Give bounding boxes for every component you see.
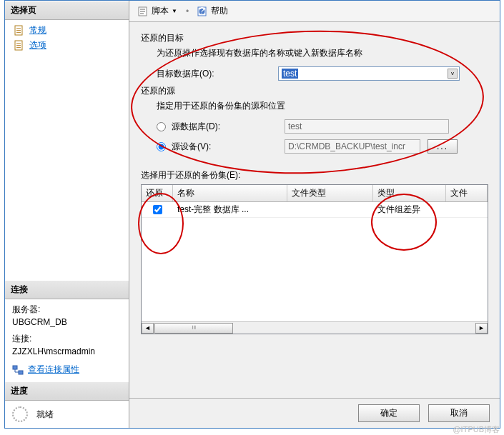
toolbar-separator: • bbox=[186, 6, 189, 16]
nav-item-options[interactable]: 选项 bbox=[5, 38, 129, 53]
col-ftype-header[interactable]: 文件类型 bbox=[287, 185, 373, 201]
connection-label: 连接: bbox=[12, 333, 122, 345]
source-db-row: 源数据库(D): bbox=[157, 119, 488, 134]
svg-rect-3 bbox=[16, 32, 21, 33]
browse-button[interactable]: ... bbox=[428, 139, 458, 154]
scroll-track[interactable] bbox=[154, 323, 475, 334]
progress-status: 就绪 bbox=[36, 409, 54, 421]
ok-button[interactable]: 确定 bbox=[358, 404, 420, 422]
col-name-header[interactable]: 名称 bbox=[173, 185, 287, 201]
help-icon: ? bbox=[197, 6, 209, 16]
svg-rect-9 bbox=[19, 371, 23, 374]
source-db-label: 源数据库(D): bbox=[172, 121, 285, 133]
nav-list: 常规 选项 bbox=[5, 20, 129, 56]
table-row[interactable]: test-完整 数据库 ... 文件组差异 bbox=[142, 202, 488, 218]
nav-general-label: 常规 bbox=[29, 24, 46, 36]
restore-checkbox[interactable] bbox=[153, 205, 162, 214]
connection-value: ZJZXLH\mscrmadmin bbox=[12, 346, 122, 356]
source-db-value bbox=[285, 119, 449, 134]
chevron-down-icon: ▼ bbox=[172, 8, 177, 14]
restore-source-title: 还原的源 bbox=[141, 85, 488, 97]
scroll-right-button[interactable]: ► bbox=[475, 323, 488, 334]
nav-options-label: 选项 bbox=[29, 39, 46, 51]
toolbar: 脚本 ▼ • ? 帮助 bbox=[129, 1, 500, 22]
main-area: 还原的目标 为还原操作选择现有数据库的名称或键入新数据库名称 目标数据库(O):… bbox=[129, 22, 500, 398]
grid-body[interactable]: test-完整 数据库 ... 文件组差异 bbox=[142, 202, 488, 321]
right-panel: 脚本 ▼ • ? 帮助 还原的目标 为还原操作选择现有数据库的名称或键入新数据库… bbox=[129, 1, 500, 428]
row-name: test-完整 数据库 ... bbox=[173, 202, 287, 217]
select-page-header: 选择页 bbox=[5, 1, 129, 20]
col-restore-header[interactable]: 还原 bbox=[142, 185, 173, 201]
row-type: 文件组差异 bbox=[373, 202, 446, 217]
col-type-header[interactable]: 类型 bbox=[373, 185, 446, 201]
progress-header: 进度 bbox=[5, 381, 129, 401]
col-file-header[interactable]: 文件 bbox=[446, 185, 488, 201]
source-device-label: 源设备(V): bbox=[172, 141, 285, 153]
restore-target-title: 还原的目标 bbox=[141, 32, 488, 44]
help-label: 帮助 bbox=[211, 5, 228, 17]
svg-rect-6 bbox=[16, 45, 21, 46]
help-button[interactable]: ? 帮助 bbox=[194, 4, 231, 19]
progress-block: 就绪 bbox=[5, 401, 129, 428]
grid-header: 还原 名称 文件类型 类型 文件 bbox=[142, 185, 488, 202]
target-db-value: test bbox=[282, 69, 298, 79]
view-connection-props[interactable]: 查看连接属性 bbox=[12, 362, 122, 377]
button-bar: 确定 取消 bbox=[129, 398, 500, 428]
source-db-radio[interactable] bbox=[157, 122, 166, 131]
network-icon bbox=[12, 364, 24, 376]
connection-header: 连接 bbox=[5, 280, 129, 299]
backup-sets-grid: 还原 名称 文件类型 类型 文件 test-完整 数据库 ... bbox=[141, 184, 488, 334]
left-panel: 选择页 常规 选项 连接 服务器: UBGCRM bbox=[5, 1, 129, 428]
script-label: 脚本 bbox=[152, 5, 169, 17]
target-db-row: 目标数据库(O): test v bbox=[157, 66, 488, 81]
connection-block: 服务器: UBGCRM_DB 连接: ZJZXLH\mscrmadmin 查看连… bbox=[5, 299, 129, 381]
target-db-label: 目标数据库(O): bbox=[157, 68, 278, 80]
target-db-select[interactable]: test v bbox=[278, 66, 460, 81]
dialog-content: 选择页 常规 选项 连接 服务器: UBGCRM bbox=[5, 1, 500, 428]
svg-rect-2 bbox=[16, 30, 21, 31]
script-icon bbox=[138, 6, 149, 16]
backup-sets-label: 选择用于还原的备份集(E): bbox=[141, 169, 488, 181]
source-device-value bbox=[285, 139, 420, 154]
source-device-radio[interactable] bbox=[157, 142, 166, 151]
page-icon bbox=[14, 40, 25, 51]
scroll-left-button[interactable]: ◄ bbox=[142, 323, 154, 334]
row-file bbox=[446, 202, 488, 217]
server-label: 服务器: bbox=[12, 304, 122, 316]
spinner-icon bbox=[12, 406, 28, 422]
row-ftype bbox=[287, 202, 373, 217]
horizontal-scrollbar: ◄ ► bbox=[142, 321, 488, 334]
svg-text:?: ? bbox=[199, 6, 204, 16]
view-conn-props-label: 查看连接属性 bbox=[28, 364, 79, 376]
restore-dialog: 选择页 常规 选项 连接 服务器: UBGCRM bbox=[4, 0, 500, 429]
svg-rect-5 bbox=[16, 43, 21, 44]
chevron-down-icon[interactable]: v bbox=[448, 69, 458, 79]
scroll-thumb[interactable] bbox=[154, 323, 233, 334]
restore-checkbox-cell bbox=[142, 202, 173, 217]
source-device-row: 源设备(V): ... bbox=[157, 139, 488, 154]
svg-rect-8 bbox=[13, 366, 17, 369]
svg-rect-1 bbox=[16, 28, 21, 29]
watermark: @ITPUB博客 bbox=[453, 424, 500, 435]
script-button[interactable]: 脚本 ▼ bbox=[135, 4, 180, 19]
page-icon bbox=[14, 25, 25, 36]
restore-target-desc: 为还原操作选择现有数据库的名称或键入新数据库名称 bbox=[157, 47, 488, 59]
restore-source-desc: 指定用于还原的备份集的源和位置 bbox=[157, 100, 488, 112]
svg-rect-7 bbox=[16, 47, 21, 48]
server-value: UBGCRM_DB bbox=[12, 317, 122, 327]
nav-item-general[interactable]: 常规 bbox=[5, 23, 129, 38]
cancel-button[interactable]: 取消 bbox=[428, 404, 490, 422]
